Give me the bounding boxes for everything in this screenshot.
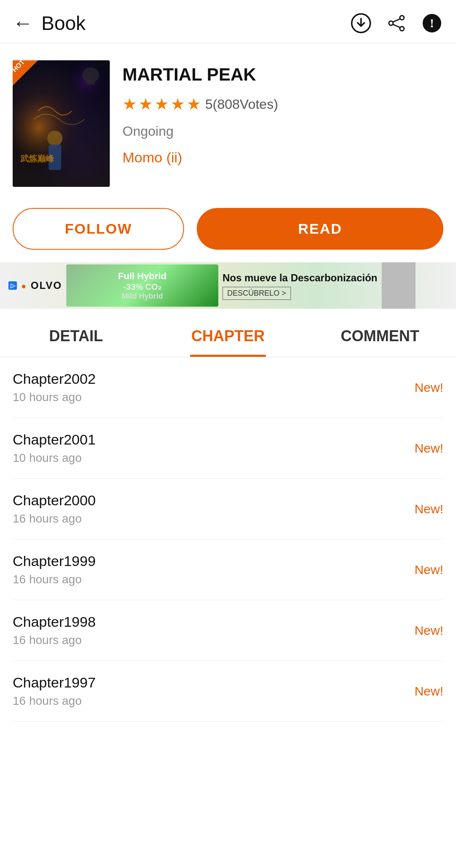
ad-banner[interactable]: ▷ ● OLVO Full Hybrid -33% CO₂ Mild Hybri… — [0, 262, 456, 309]
book-title: MARTIAL PEAK — [122, 65, 443, 85]
chapter-info: Chapter1997 16 hours ago — [13, 674, 96, 708]
svg-rect-12 — [87, 81, 95, 85]
ad-text-co2: -33% CO₂ — [118, 282, 167, 292]
book-cover: 武炼巅峰 — [13, 60, 110, 187]
chapter-name: Chapter1999 — [13, 553, 96, 569]
chapter-info: Chapter2001 10 hours ago — [13, 431, 96, 465]
ad-image: Full Hybrid -33% CO₂ Mild Hybrid — [66, 264, 218, 307]
chapter-name: Chapter2002 — [13, 371, 96, 387]
action-buttons: FOLLOW READ — [0, 199, 456, 262]
chapter-new-badge: New! — [415, 563, 443, 577]
chapter-time: 10 hours ago — [13, 451, 96, 465]
svg-point-1 — [400, 16, 404, 20]
tab-detail[interactable]: DETAIL — [0, 313, 152, 357]
ad-logo: ● OLVO — [21, 280, 62, 291]
star-3: ★ — [155, 95, 169, 113]
rating-text: 5(808Votes) — [205, 97, 278, 112]
chapter-item[interactable]: Chapter2002 10 hours ago New! — [13, 357, 443, 418]
chapter-new-badge: New! — [415, 684, 443, 698]
book-details: MARTIAL PEAK ★ ★ ★ ★ ★ 5(808Votes) Ongoi… — [122, 60, 443, 166]
chapter-info: Chapter2000 16 hours ago — [13, 492, 96, 526]
star-5: ★ — [187, 95, 201, 113]
svg-point-13 — [47, 131, 62, 146]
alert-button[interactable]: ! — [421, 12, 443, 35]
chapter-new-badge: New! — [415, 623, 443, 638]
chapter-time: 16 hours ago — [13, 633, 96, 647]
chapter-new-badge: New! — [415, 380, 443, 395]
header-actions: ! — [350, 12, 443, 35]
chapter-time: 16 hours ago — [13, 573, 96, 586]
svg-point-3 — [389, 21, 393, 25]
ad-indicator-text: ▷ — [11, 282, 15, 289]
svg-point-11 — [82, 67, 99, 83]
chapter-new-badge: New! — [415, 441, 443, 456]
chapter-time: 16 hours ago — [13, 694, 96, 708]
chapter-new-badge: New! — [415, 502, 443, 516]
chapter-info: Chapter2002 10 hours ago — [13, 371, 96, 404]
chapter-item[interactable]: Chapter1999 16 hours ago New! — [13, 539, 443, 600]
chapter-info: Chapter1999 16 hours ago — [13, 553, 96, 586]
ad-logo-area: ● OLVO — [21, 280, 62, 291]
ad-text-mild: Mild Hybrid — [118, 292, 167, 301]
svg-line-4 — [393, 19, 400, 22]
follow-button[interactable]: FOLLOW — [13, 208, 184, 250]
book-cover-wrapper: 武炼巅峰 HOT — [13, 60, 110, 187]
ad-text-area: Nos mueve la Descarbonización DESCÚBRELO… — [223, 271, 377, 300]
ad-grey-box — [382, 262, 415, 309]
book-info-section: 武炼巅峰 HOT MARTIAL PEAK ★ ★ ★ ★ ★ 5(808Vot… — [0, 43, 456, 199]
chapter-item[interactable]: Chapter2000 16 hours ago New! — [13, 479, 443, 539]
back-button[interactable]: ← — [13, 13, 33, 33]
chapter-item[interactable]: Chapter1997 16 hours ago New! — [13, 661, 443, 722]
chapter-list: Chapter2002 10 hours ago New! Chapter200… — [0, 357, 456, 722]
ad-text-full-hybrid: Full Hybrid — [118, 271, 167, 282]
page-title: Book — [41, 12, 350, 35]
book-status: Ongoing — [122, 124, 443, 139]
chapter-info: Chapter1998 16 hours ago — [13, 614, 96, 647]
chapter-time: 10 hours ago — [13, 391, 96, 404]
read-button[interactable]: READ — [197, 208, 443, 250]
download-button[interactable] — [350, 12, 372, 35]
star-4: ★ — [171, 95, 185, 113]
star-2: ★ — [138, 95, 153, 113]
svg-line-5 — [393, 24, 400, 27]
tabs: DETAIL CHAPTER COMMENT — [0, 313, 456, 357]
svg-text:!: ! — [430, 16, 434, 30]
chapter-item[interactable]: Chapter2001 10 hours ago New! — [13, 418, 443, 479]
star-1: ★ — [122, 95, 137, 113]
tab-chapter[interactable]: CHAPTER — [152, 313, 304, 357]
ad-indicator: ▷ — [8, 281, 17, 290]
chapter-name: Chapter2000 — [13, 492, 96, 509]
chapter-time: 16 hours ago — [13, 512, 96, 526]
svg-point-2 — [400, 27, 404, 31]
star-rating: ★ ★ ★ ★ ★ — [122, 95, 201, 113]
share-button[interactable] — [385, 12, 408, 35]
svg-text:武炼巅峰: 武炼巅峰 — [20, 154, 54, 163]
tab-comment[interactable]: COMMENT — [304, 313, 456, 357]
ad-cta-button[interactable]: DESCÚBRELO > — [223, 287, 291, 300]
chapter-name: Chapter2001 — [13, 431, 96, 448]
book-author[interactable]: Momo (ii) — [122, 149, 443, 166]
book-rating: ★ ★ ★ ★ ★ 5(808Votes) — [122, 95, 443, 113]
chapter-name: Chapter1998 — [13, 614, 96, 630]
chapter-item[interactable]: Chapter1998 16 hours ago New! — [13, 600, 443, 661]
svg-point-10 — [51, 60, 110, 128]
header: ← Book ! — [0, 0, 456, 43]
ad-cta-title: Nos mueve la Descarbonización — [223, 271, 377, 284]
chapter-name: Chapter1997 — [13, 674, 96, 691]
hot-badge-text: HOT — [11, 59, 26, 73]
